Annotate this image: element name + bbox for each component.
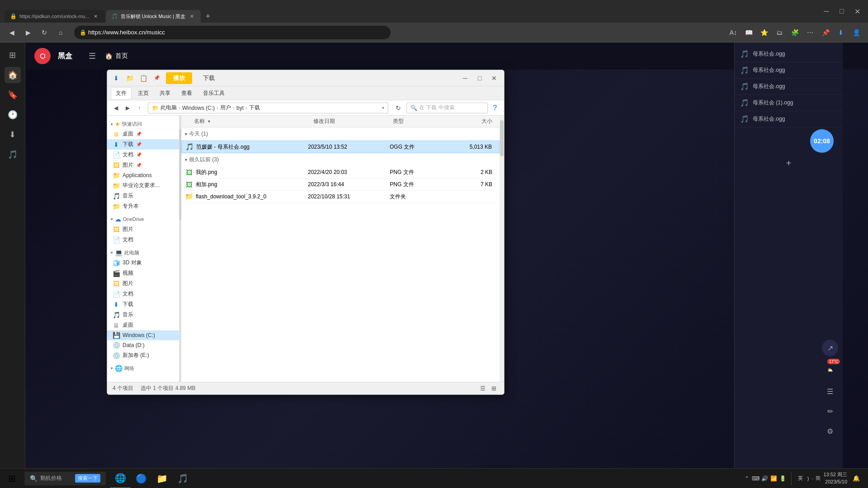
explorer-minimize-btn[interactable]: ─ xyxy=(459,72,472,84)
tray-network-icon[interactable]: 📶 xyxy=(770,475,778,482)
tray-arrow-icon[interactable]: ⌃ xyxy=(743,475,750,482)
forward-button[interactable]: ▶ xyxy=(22,26,34,39)
sidebar-download-sidebar-icon[interactable]: ⬇ xyxy=(5,127,21,143)
col-name-header[interactable]: 名称 ▾ xyxy=(185,117,313,125)
nav-item-onedrive-pics[interactable]: 🖼 图片 xyxy=(107,224,179,235)
extensions-icon[interactable]: 🧩 xyxy=(788,26,801,39)
browser-minimize[interactable]: ─ xyxy=(820,5,833,18)
menu-icon-right[interactable]: ☰ xyxy=(822,383,838,399)
ribbon-tab-home[interactable]: 主页 xyxy=(133,88,153,99)
explorer-close-btn[interactable]: ✕ xyxy=(488,72,500,84)
file-row-ogg[interactable]: 🎵 范媛媛 - 母系社会.ogg 2023/5/10 13:52 OGG 文件 … xyxy=(181,141,500,153)
weather-widget[interactable]: 17°C ⛅ xyxy=(822,360,838,380)
tab-play[interactable]: 播放 xyxy=(166,72,192,84)
navigation-icon[interactable]: ↗ xyxy=(822,340,838,356)
nav-refresh-btn[interactable]: ↻ xyxy=(392,102,405,114)
taskbar-notifications-icon[interactable]: 🔔 xyxy=(850,472,863,485)
settings-icon-right[interactable]: ⚙ xyxy=(822,423,838,439)
browser-maximize[interactable]: □ xyxy=(835,5,848,18)
music-track-1[interactable]: 🎵 母系社会.ogg xyxy=(735,46,843,62)
taskbar-ime2[interactable]: · xyxy=(811,476,813,481)
sidebar-history-icon[interactable]: 🕐 xyxy=(5,107,21,123)
sidebar-bookmark-icon[interactable]: 🔖 xyxy=(5,87,21,103)
view-grid-btn[interactable]: ⊞ xyxy=(489,384,499,394)
nav-item-downloads-pc[interactable]: ⬇ 下载 xyxy=(107,299,179,310)
browser-tab-1[interactable]: 🔒 https://ipidkun.com/unlock-mu... ✕ xyxy=(5,10,105,23)
file-row-png2[interactable]: 🖼 相加.png 2022/3/3 16:44 PNG 文件 7 KB xyxy=(181,178,500,191)
onedrive-header[interactable]: ▾ ☁ OneDrive xyxy=(107,214,179,224)
taskbar-ime1[interactable]: ) xyxy=(807,476,809,481)
tray-speaker-icon[interactable]: 🔊 xyxy=(761,475,769,482)
taskbar-search-box[interactable]: 🔍 鹅机价格 搜索一下 xyxy=(24,472,106,485)
explorer-pin-icon[interactable]: 📌 xyxy=(151,73,162,84)
breadcrumb-byt[interactable]: byt xyxy=(236,105,244,111)
new-tab-button[interactable]: + xyxy=(202,10,214,23)
tab2-close[interactable]: ✕ xyxy=(188,13,195,20)
music-track-3[interactable]: 🎵 母系社会.ogg xyxy=(735,79,843,95)
sidebar-home-icon[interactable]: 🏠 xyxy=(5,67,21,83)
nav-item-pics-quick[interactable]: 🖼 图片 📌 xyxy=(107,160,179,170)
nav-back-btn[interactable]: ◀ xyxy=(111,103,121,113)
browser-close[interactable]: ✕ xyxy=(851,5,863,18)
address-bar[interactable]: 🔒 https://www.heibox.cn/musicc xyxy=(74,26,391,39)
nav-item-onedrive-docs[interactable]: 📄 文档 xyxy=(107,235,179,245)
browser-menu-icon[interactable]: ⋯ xyxy=(804,26,816,39)
ribbon-tab-share[interactable]: 共享 xyxy=(155,88,175,99)
tray-keyboard-icon[interactable]: ⌨ xyxy=(752,475,760,482)
nav-item-3d[interactable]: 🧊 3D 对象 xyxy=(107,258,179,268)
website-menu-icon[interactable]: ☰ xyxy=(87,51,98,61)
nav-item-video[interactable]: 🎬 视频 xyxy=(107,268,179,278)
taskbar-clock[interactable]: 13:52 周三 2023/5/10 xyxy=(823,471,847,485)
refresh-button[interactable]: ↻ xyxy=(38,26,51,39)
file-row-png1[interactable]: 🖼 我的.png 2022/4/20 20:03 PNG 文件 2 KB xyxy=(181,166,500,178)
nav-item-docs-quick[interactable]: 📄 文档 📌 xyxy=(107,150,179,160)
breadcrumb-dropdown-icon[interactable]: ▾ xyxy=(382,105,384,110)
translate-icon[interactable]: A↕ xyxy=(727,26,740,39)
edit-icon[interactable]: ✏ xyxy=(822,403,838,419)
nav-item-drive-c[interactable]: 💾 Windows (C:) xyxy=(107,330,179,340)
col-date-header[interactable]: 修改日期 xyxy=(313,117,393,125)
tab-download[interactable]: 下载 xyxy=(196,72,222,84)
help-icon[interactable]: ? xyxy=(490,103,500,113)
content-scrollbar[interactable] xyxy=(500,116,504,382)
music-track-4[interactable]: 🎵 母系社会 (1).ogg xyxy=(735,95,843,111)
this-pc-header[interactable]: ▾ 💻 此电脑 xyxy=(107,248,179,258)
profile-icon[interactable]: 👤 xyxy=(850,26,863,39)
nav-item-drive-d[interactable]: 💿 Data (D:) xyxy=(107,340,179,350)
taskbar-edge[interactable]: 🌐 xyxy=(110,469,130,488)
taskbar-explorer-app[interactable]: 📁 xyxy=(152,469,172,488)
breadcrumb-download[interactable]: 下载 xyxy=(249,104,260,112)
col-type-header[interactable]: 类型 xyxy=(393,117,453,125)
nav-item-drive-e[interactable]: 💿 新加卷 (E:) xyxy=(107,350,179,361)
explorer-quick-access-icon[interactable]: 📋 xyxy=(138,73,149,84)
nav-item-desktop-quick[interactable]: 🖥 桌面 📌 xyxy=(107,129,179,139)
explorer-arrow-down-icon[interactable]: ⬇ xyxy=(111,73,122,84)
nav-item-thesis[interactable]: 📁 毕业论文要求与模 xyxy=(107,180,179,191)
pin-icon[interactable]: 📌 xyxy=(819,26,832,39)
breadcrumb-bar[interactable]: 📁 此电脑 › Windows (C:) › 用户 › byt › 下载 ▾ xyxy=(148,103,388,113)
nav-item-desktop-pc[interactable]: 🖥 桌面 xyxy=(107,320,179,330)
nav-up-btn[interactable]: ↑ xyxy=(134,103,144,113)
search-box[interactable]: 🔍 在 下载 中搜索 xyxy=(406,103,488,113)
taskbar-start-btn[interactable]: ⊞ xyxy=(2,469,22,488)
breadcrumb-user[interactable]: 用户 xyxy=(220,104,231,112)
left-scroll-thumb[interactable] xyxy=(179,129,181,220)
taskbar-ime3[interactable]: 简 xyxy=(816,475,821,482)
ribbon-tab-view[interactable]: 查看 xyxy=(177,88,197,99)
collections-icon[interactable]: 🗂 xyxy=(773,26,786,39)
nav-item-applications[interactable]: 📁 Applications xyxy=(107,170,179,180)
file-group-old-header[interactable]: ▾ 很久以前 (3) xyxy=(181,153,500,166)
breadcrumb-pc[interactable]: 此电脑 xyxy=(160,104,177,112)
nav-item-download-quick[interactable]: ⬇ 下载 📌 xyxy=(107,139,179,150)
file-row-folder[interactable]: 📁 flash_download_tool_3.9.2_0 2022/10/28… xyxy=(181,191,500,203)
browser-tab-2[interactable]: 🎵 音乐解锁 Unlock Music | 黑盒 ✕ xyxy=(106,10,201,23)
music-track-5[interactable]: 🎵 母系社会.ogg xyxy=(735,111,843,127)
favorites-icon[interactable]: ⭐ xyxy=(758,26,770,39)
ribbon-tab-file[interactable]: 文件 xyxy=(111,87,132,99)
col-size-header[interactable]: 大小 xyxy=(453,117,496,125)
reader-mode-icon[interactable]: 📖 xyxy=(742,26,755,39)
network-header[interactable]: ▾ 🌐 网络 xyxy=(107,363,179,373)
view-list-btn[interactable]: ☰ xyxy=(478,384,488,394)
breadcrumb-c[interactable]: Windows (C:) xyxy=(182,105,215,111)
explorer-maximize-btn[interactable]: □ xyxy=(473,72,486,84)
